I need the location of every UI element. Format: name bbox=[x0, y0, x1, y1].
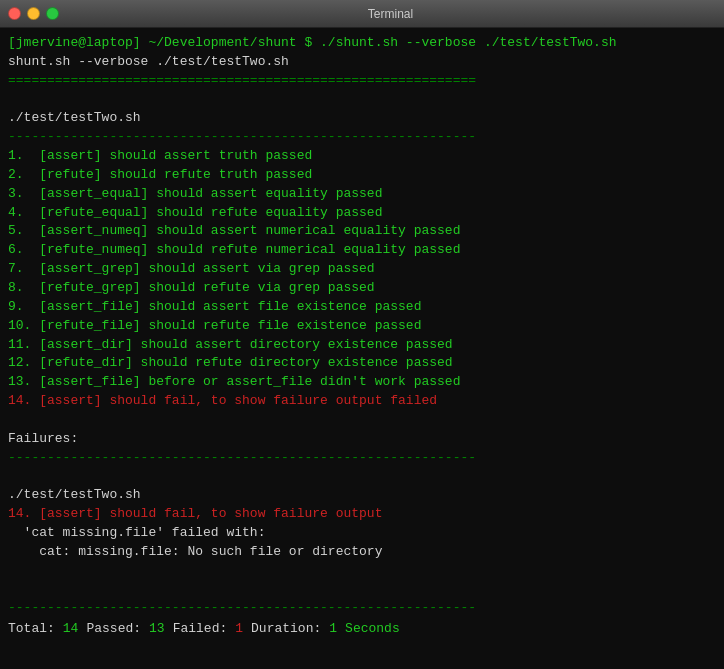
test-line: 2. [refute] should refute truth passed bbox=[8, 166, 716, 185]
test-line: 3. [assert_equal] should assert equality… bbox=[8, 185, 716, 204]
failed-line: 14. [assert] should fail, to show failur… bbox=[8, 392, 716, 411]
test-line: 6. [refute_numeq] should refute numerica… bbox=[8, 241, 716, 260]
failed-label: Failed: bbox=[173, 620, 228, 639]
title-bar: Terminal bbox=[0, 0, 724, 28]
separator-top: ========================================… bbox=[8, 72, 716, 91]
test-line: 8. [refute_grep] should refute via grep … bbox=[8, 279, 716, 298]
blank-line-5 bbox=[8, 580, 716, 599]
blank-line-2 bbox=[8, 411, 716, 430]
duration-label: Duration: bbox=[251, 620, 321, 639]
failures-label: Failures: bbox=[8, 430, 716, 449]
test-lines: 1. [assert] should assert truth passed2.… bbox=[8, 147, 716, 392]
separator-dash-2: ----------------------------------------… bbox=[8, 449, 716, 468]
total-label: Total: bbox=[8, 620, 55, 639]
test-line: 13. [assert_file] before or assert_file … bbox=[8, 373, 716, 392]
test-line: 12. [refute_dir] should refute directory… bbox=[8, 354, 716, 373]
seconds-label: Seconds bbox=[345, 620, 400, 639]
test-line: 10. [refute_file] should refute file exi… bbox=[8, 317, 716, 336]
total-value: 14 bbox=[63, 620, 79, 639]
close-button[interactable] bbox=[8, 7, 21, 20]
passed-value: 13 bbox=[149, 620, 165, 639]
duration-value: 1 bbox=[329, 620, 337, 639]
test-line: 9. [assert_file] should assert file exis… bbox=[8, 298, 716, 317]
separator-dash-1: ----------------------------------------… bbox=[8, 128, 716, 147]
prompt-line: [jmervine@laptop] ~/Development/shunt $ … bbox=[8, 34, 716, 53]
window-title: Terminal bbox=[65, 7, 716, 21]
passed-label: Passed: bbox=[86, 620, 141, 639]
test-line: 11. [assert_dir] should assert directory… bbox=[8, 336, 716, 355]
terminal-output: [jmervine@laptop] ~/Development/shunt $ … bbox=[0, 28, 724, 669]
failure-detail1: 'cat missing.file' failed with: bbox=[8, 524, 716, 543]
blank-line-4 bbox=[8, 562, 716, 581]
maximize-button[interactable] bbox=[46, 7, 59, 20]
echo-line: shunt.sh --verbose ./test/testTwo.sh bbox=[8, 53, 716, 72]
failed-value: 1 bbox=[235, 620, 243, 639]
test-line: 1. [assert] should assert truth passed bbox=[8, 147, 716, 166]
failure-line-num: 14. [assert] should fail, to show failur… bbox=[8, 505, 716, 524]
minimize-button[interactable] bbox=[27, 7, 40, 20]
separator-dash-3: ----------------------------------------… bbox=[8, 599, 716, 618]
blank-line-3 bbox=[8, 467, 716, 486]
test-line: 7. [assert_grep] should assert via grep … bbox=[8, 260, 716, 279]
failure-file: ./test/testTwo.sh bbox=[8, 486, 716, 505]
failure-detail2: cat: missing.file: No such file or direc… bbox=[8, 543, 716, 562]
test-line: 5. [assert_numeq] should assert numerica… bbox=[8, 222, 716, 241]
test-line: 4. [refute_equal] should refute equality… bbox=[8, 204, 716, 223]
blank-line-1 bbox=[8, 91, 716, 110]
footer-bar: Total: 14 Passed: 13 Failed: 1 Duration:… bbox=[8, 618, 716, 641]
test-file: ./test/testTwo.sh bbox=[8, 109, 716, 128]
